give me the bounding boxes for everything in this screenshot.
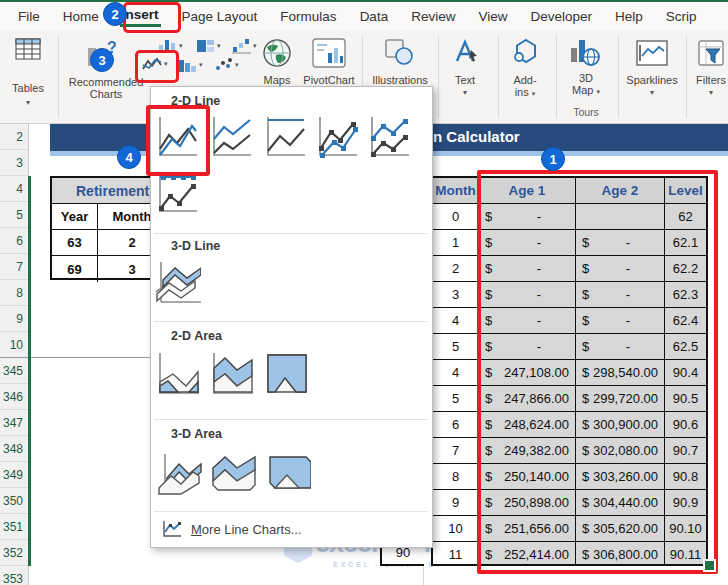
cell-amount[interactable]: $- <box>479 204 576 229</box>
cell-amount[interactable]: $251,656.00 <box>479 516 576 541</box>
row-header-349[interactable]: 349 <box>0 462 28 488</box>
cell-amount[interactable]: $- <box>576 230 665 255</box>
row-header-345[interactable]: 345 <box>0 358 28 384</box>
cell-level[interactable]: 90.10 <box>665 516 706 541</box>
left-table-header[interactable]: Retirement <box>52 178 166 204</box>
menu-option-3d-area[interactable] <box>155 447 203 499</box>
menu-option-line[interactable] <box>153 111 201 163</box>
cell-month[interactable]: 11 <box>433 542 479 566</box>
row-header-350[interactable]: 350 <box>0 488 28 514</box>
cell-amount[interactable]: $299,720.00 <box>576 386 665 411</box>
cell-level[interactable]: 62.2 <box>665 256 706 281</box>
row-header-10[interactable]: 10 <box>0 332 28 358</box>
cell-level[interactable]: 90.7 <box>665 438 706 463</box>
row-header-8[interactable]: 8 <box>0 280 28 306</box>
tab-scrip[interactable]: Scrip <box>664 7 699 26</box>
cell-level[interactable]: 62.4 <box>665 308 706 333</box>
cell-amount[interactable]: $- <box>576 308 665 333</box>
scatter-chart-button[interactable]: ▾ <box>214 57 239 73</box>
cell-level[interactable]: 62 <box>665 204 706 229</box>
cell-amount[interactable]: $304,440.00 <box>576 490 665 515</box>
tab-view[interactable]: View <box>476 7 509 26</box>
tab-home[interactable]: Home <box>61 7 101 26</box>
selection-fill-handle[interactable] <box>703 559 716 572</box>
cell-amount[interactable]: $252,414.00 <box>479 542 576 566</box>
cell-amount[interactable]: $250,898.00 <box>479 490 576 515</box>
cell-amount[interactable]: $- <box>479 334 576 359</box>
cell-month[interactable]: 2 <box>433 256 479 281</box>
tab-developer[interactable]: Developer <box>528 7 594 26</box>
menu-option-100-stacked-area[interactable] <box>263 347 311 399</box>
row-header-352[interactable]: 352 <box>0 540 28 566</box>
header-month[interactable]: Month <box>433 178 479 203</box>
cell-year[interactable]: 63 <box>52 230 98 255</box>
tab-file[interactable]: File <box>16 7 42 26</box>
cell-month[interactable]: 5 <box>433 386 479 411</box>
cell-amount[interactable]: $250,140.00 <box>479 464 576 489</box>
menu-option-stacked-area[interactable] <box>209 347 257 399</box>
cell-amount[interactable]: $305,620.00 <box>576 516 665 541</box>
cell-amount[interactable]: $- <box>576 282 665 307</box>
cell-level[interactable]: 90.11 <box>665 542 706 566</box>
cell-amount[interactable]: $- <box>479 308 576 333</box>
tables-button[interactable]: Tables <box>4 82 52 94</box>
row-header-9[interactable]: 9 <box>0 306 28 332</box>
row-header-348[interactable]: 348 <box>0 436 28 462</box>
row-header-6[interactable]: 6 <box>0 228 28 254</box>
chevron-down-icon[interactable]: ▾ <box>443 88 487 97</box>
tab-formulas[interactable]: Formulas <box>278 7 338 26</box>
sparklines-button[interactable]: Sparklines <box>622 74 682 86</box>
hierarchy-chart-button[interactable]: ▾ <box>196 38 221 54</box>
more-line-charts[interactable]: More Line Charts... <box>161 517 421 541</box>
cell-amount[interactable]: $302,080.00 <box>576 438 665 463</box>
cell-level[interactable]: 90.5 <box>665 386 706 411</box>
cell-amount[interactable]: $306,800.00 <box>576 542 665 566</box>
cell-month[interactable]: 5 <box>433 334 479 359</box>
cell-month[interactable]: 0 <box>433 204 479 229</box>
cell-amount[interactable]: $303,260.00 <box>576 464 665 489</box>
tab-review[interactable]: Review <box>409 7 457 26</box>
cell-year[interactable]: 69 <box>52 256 98 282</box>
tab-page-layout[interactable]: Page Layout <box>180 7 260 26</box>
row-header-7[interactable]: 7 <box>0 254 28 280</box>
waterfall-chart-button[interactable]: ▾ <box>232 38 257 54</box>
cell-month[interactable]: 4 <box>433 308 479 333</box>
chevron-down-icon[interactable]: ▾ <box>4 98 52 107</box>
cell-level[interactable]: 62.3 <box>665 282 706 307</box>
menu-option-stacked-line[interactable] <box>207 111 255 163</box>
line-chart-button[interactable]: ▾ <box>142 57 168 72</box>
menu-option-3d-line[interactable] <box>153 257 201 309</box>
menu-option-100-stacked-line[interactable] <box>261 111 309 163</box>
tab-data[interactable]: Data <box>358 7 391 26</box>
chevron-down-icon[interactable]: ▾ <box>692 88 728 97</box>
cell-amount[interactable]: $- <box>479 282 576 307</box>
chevron-down-icon[interactable]: ▾ <box>622 88 682 97</box>
cell-amount[interactable] <box>576 204 665 229</box>
cell-month[interactable]: 4 <box>433 360 479 385</box>
pivotchart-button[interactable]: PivotChart <box>300 74 358 86</box>
tab-help[interactable]: Help <box>613 7 645 26</box>
illustrations-button[interactable]: Illustrations <box>368 74 432 86</box>
cell-level[interactable]: 90.6 <box>665 412 706 437</box>
row-header-353[interactable]: 353 <box>0 566 28 585</box>
menu-option-line-markers[interactable] <box>313 111 361 163</box>
column-chart-button[interactable]: ▾ <box>158 38 183 54</box>
cell-amount[interactable]: $248,624.00 <box>479 412 576 437</box>
3d-map-button[interactable]: 3D Map ▾ <box>560 72 612 96</box>
row-header-351[interactable]: 351 <box>0 514 28 540</box>
cell-month[interactable]: 9 <box>433 490 479 515</box>
maps-button[interactable]: Maps <box>252 74 302 86</box>
cell-amount[interactable]: $- <box>576 256 665 281</box>
cell-month[interactable]: 10 <box>433 516 479 541</box>
cell-amount[interactable]: $249,382.00 <box>479 438 576 463</box>
cell-amount[interactable]: $247,108.00 <box>479 360 576 385</box>
menu-option-stacked-line-markers[interactable] <box>365 111 413 163</box>
menu-option-area[interactable] <box>155 347 203 399</box>
row-header-346[interactable]: 346 <box>0 384 28 410</box>
header-age2[interactable]: Age 2 <box>576 178 665 203</box>
text-button[interactable]: Text <box>443 74 487 86</box>
add-ins-button[interactable]: Add- ins ▾ <box>503 74 547 98</box>
menu-option-3d-100-stacked-area[interactable] <box>263 447 311 499</box>
menu-option-100-stacked-line-markers[interactable] <box>153 167 201 219</box>
cell-level[interactable]: 62.1 <box>665 230 706 255</box>
